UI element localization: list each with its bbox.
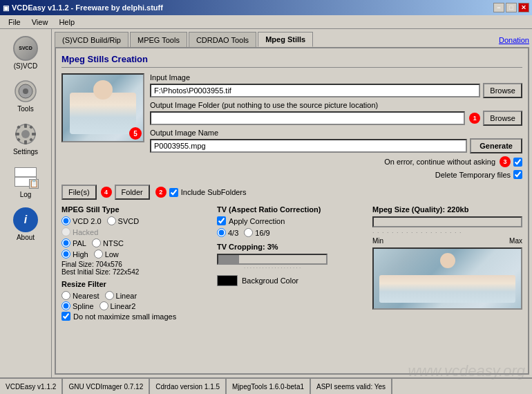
input-image-group: Input Image Browse <box>150 73 522 98</box>
output-name-group: Output Image Name Generate <box>150 129 522 153</box>
sidebar-item-tools[interactable]: Tools <box>2 75 49 116</box>
tab-cdrdao[interactable]: CDRDAO Tools <box>189 32 256 47</box>
maximize-label: Do not maximize small images <box>73 312 176 321</box>
slider-dots-left: · · · · · · · · · · · · · · · · · · · <box>372 229 462 236</box>
linear-radio[interactable]: Linear <box>105 291 137 300</box>
linear2-radio[interactable]: Linear2 <box>99 301 136 310</box>
include-subfolders-checkbox[interactable] <box>169 188 178 197</box>
sidebar-item-settings[interactable]: Settings <box>2 118 49 159</box>
apply-correction-label: Apply Correction <box>229 217 285 225</box>
svg-rect-5 <box>24 124 27 128</box>
svg-rect-8 <box>32 133 36 135</box>
final-size: Final Size: 704x576 <box>61 261 211 268</box>
app-icon: ▣ <box>3 4 9 12</box>
output-folder-group: Output Image Folder (put nothing to use … <box>150 101 522 126</box>
mpeg-size-title: Mpeg Size (Quality): 220kb <box>372 205 522 214</box>
status-cdrdao: Cdrdao version 1.1.5 <box>150 379 227 394</box>
tab-bar: (S)VCD Build/Rip MPEG Tools CDRDAO Tools… <box>52 29 532 47</box>
menu-bar: File View Help <box>0 15 532 29</box>
browse-button-1[interactable]: Browse <box>483 83 522 98</box>
donation-link[interactable]: Donation <box>499 36 529 47</box>
output-name-label: Output Image Name <box>150 129 522 137</box>
menu-help[interactable]: Help <box>53 17 80 28</box>
folder-button[interactable]: Folder <box>115 185 150 200</box>
max-label: Max <box>509 237 522 245</box>
about-icon: i <box>13 207 38 232</box>
ratio-169-radio[interactable]: 16/9 <box>244 228 269 237</box>
generate-button[interactable]: Generate <box>470 138 522 153</box>
main-panel: Mpeg Stills Creation 5 Input Image <box>55 47 529 375</box>
title-bar: ▣ VCDEasy v1.1.2 - Freeware by delphi.st… <box>0 0 532 15</box>
sidebar-item-about[interactable]: i About <box>2 203 49 245</box>
mpeg-type-section: MPEG Still Type VCD 2.0 SVCD Hacked <box>61 205 211 321</box>
input-image-label: Input Image <box>150 73 522 82</box>
include-subfolders-label: Include SubFolders <box>181 188 247 196</box>
status-vcdeasy: VCDEasy v1.1.2 <box>0 379 63 394</box>
maximize-row[interactable]: Do not maximize small images <box>61 312 211 321</box>
maximize-button[interactable]: □ <box>506 3 517 12</box>
min-label: Min <box>372 237 383 245</box>
nearest-radio[interactable]: Nearest <box>61 291 99 300</box>
svg-point-2 <box>23 88 28 94</box>
sidebar-item-log[interactable]: 📋 Log <box>2 160 49 202</box>
hacked-radio: Hacked <box>61 227 98 236</box>
sidebar-item-svcd[interactable]: SVCD (S)VCD <box>2 32 49 73</box>
low-radio[interactable]: Low <box>94 250 119 259</box>
tab-mpeg-tools[interactable]: MPEG Tools <box>130 32 187 47</box>
sidebar-svcd-label: (S)VCD <box>14 62 37 70</box>
close-button[interactable]: ✕ <box>518 3 529 12</box>
svg-point-4 <box>21 130 30 138</box>
menu-file[interactable]: File <box>3 17 26 28</box>
sidebar-settings-label: Settings <box>13 148 38 156</box>
sidebar-log-label: Log <box>20 191 32 198</box>
file-button[interactable]: File(s) <box>61 185 97 200</box>
tv-section: TV (Aspect Ratio Correction) Apply Corre… <box>217 205 367 321</box>
status-aspi: ASPI seems valid: Yes <box>311 379 392 394</box>
image-badge: 5 <box>129 127 142 140</box>
sidebar: SVCD (S)VCD Tools <box>0 29 52 377</box>
include-badge: 2 <box>155 187 167 198</box>
tab-mpeg-stills[interactable]: Mpeg Stills <box>258 32 313 47</box>
log-icon: 📋 <box>15 167 37 187</box>
status-bar: VCDEasy v1.1.2 GNU VCDImager 0.7.12 Cdrd… <box>0 377 532 394</box>
tab-svcd-build[interactable]: (S)VCD Build/Rip <box>55 32 129 47</box>
svg-rect-6 <box>24 140 27 144</box>
file-folder-row: File(s) 4 Folder 2 Include SubFolders <box>61 185 522 200</box>
maximize-checkbox[interactable] <box>61 312 70 321</box>
ntsc-radio[interactable]: NTSC <box>92 238 124 247</box>
on-error-row: On error, continue without asking 3 <box>384 156 522 167</box>
minimize-button[interactable]: − <box>493 3 504 12</box>
menu-view[interactable]: View <box>26 17 54 28</box>
svcd-radio[interactable]: SVCD <box>107 216 140 225</box>
spline-radio[interactable]: Spline <box>61 301 94 310</box>
resize-filter-title: Resize Filter <box>61 280 211 288</box>
svcd-icon: SVCD <box>13 36 38 61</box>
window-title: VCDEasy v1.1.2 - Freeware by delphi.stuf… <box>12 3 163 12</box>
background-color-row: Backgroud Color <box>217 275 367 286</box>
output-folder-field[interactable] <box>150 111 465 125</box>
delete-temp-checkbox[interactable] <box>513 170 522 179</box>
resize-filter-section: Resize Filter Nearest Linear Spline <box>61 280 211 321</box>
panel-title: Mpeg Stills Creation <box>61 54 522 68</box>
high-radio[interactable]: High <box>61 250 88 259</box>
tv-crop-title: TV Cropping: 3% <box>217 243 367 251</box>
best-initial-size: Best Initial Size: 722x542 <box>61 268 211 276</box>
svg-rect-7 <box>15 133 19 135</box>
mpeg-size-section: Mpeg Size (Quality): 220kb · · · · · · ·… <box>372 205 522 321</box>
input-image-field[interactable] <box>150 84 480 97</box>
vcd-radio[interactable]: VCD 2.0 <box>61 216 102 225</box>
output-folder-label: Output Image Folder (put nothing to use … <box>150 101 522 109</box>
tools-icon <box>13 79 38 104</box>
on-error-badge: 3 <box>500 156 511 167</box>
ratio-43-radio[interactable]: 4/3 <box>217 228 238 237</box>
output-name-field[interactable] <box>150 139 467 153</box>
pal-radio[interactable]: PAL <box>61 238 86 247</box>
color-swatch[interactable] <box>217 275 238 286</box>
delete-temp-row: Delete Temporary files <box>435 170 522 179</box>
on-error-checkbox[interactable] <box>513 158 522 167</box>
sidebar-about-label: About <box>17 234 35 241</box>
browse-button-2[interactable]: Browse <box>483 111 522 126</box>
apply-correction-checkbox[interactable] <box>217 216 226 225</box>
tv-title: TV (Aspect Ratio Correction) <box>217 205 367 214</box>
background-color-label: Backgroud Color <box>242 276 298 285</box>
